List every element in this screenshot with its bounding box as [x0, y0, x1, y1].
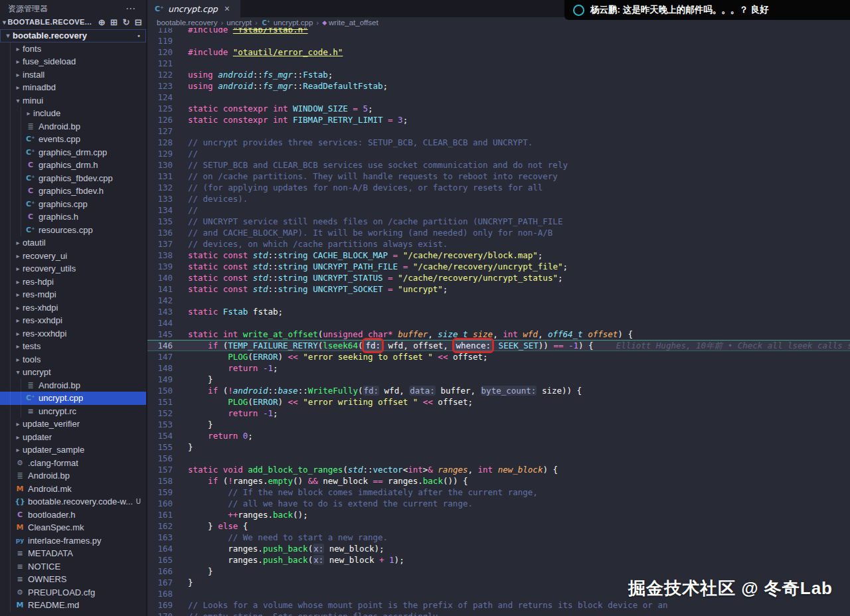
code-line-159[interactable]: 159 // If the new block comes immediatel… — [147, 487, 850, 498]
code-line-133[interactable]: 133// devices). — [147, 193, 850, 204]
code-line-154[interactable]: 154 return 0; — [147, 430, 850, 441]
tree-file-METADATA[interactable]: ≡METADATA — [0, 547, 146, 560]
code-line-156[interactable]: 156 — [147, 453, 850, 464]
code-line-153[interactable]: 153 } — [147, 419, 850, 430]
code-line-169[interactable]: 169// Looks for a volume whose mount poi… — [147, 599, 850, 611]
tree-folder-updater_sample[interactable]: ▸updater_sample — [0, 443, 146, 457]
code-line-125[interactable]: 125static constexpr int WINDOW_SIZE = 5; — [147, 103, 850, 114]
code-line-135[interactable]: 135// UNCRYPT service still needs files … — [147, 216, 850, 227]
tree-file-OWNERS[interactable]: ≡OWNERS — [0, 573, 146, 586]
code-line-120[interactable]: 120#include "otautil/error_code.h" — [147, 46, 850, 58]
code-line-126[interactable]: 126static constexpr int FIBMAP_RETRY_LIM… — [147, 114, 850, 125]
tree-folder-recovery_utils[interactable]: ▸recovery_utils — [0, 262, 146, 275]
tree-folder-update_verifier[interactable]: ▸update_verifier — [0, 418, 146, 431]
tree-file-graphics_drm.h[interactable]: Cgraphics_drm.h — [0, 159, 146, 172]
code-line-162[interactable]: 162 } else { — [147, 520, 850, 532]
tree-folder-otautil[interactable]: ▸otautil — [0, 236, 146, 250]
collapse-all-icon[interactable]: ⊟ — [135, 17, 142, 27]
code-line-131[interactable]: 131// on /cache partitions. They will ha… — [147, 171, 850, 182]
tree-file-graphics_fbdev.cpp[interactable]: C⁺graphics_fbdev.cpp — [0, 172, 146, 185]
code-line-127[interactable]: 127 — [147, 125, 850, 137]
code-line-152[interactable]: 152 return -1; — [147, 408, 850, 419]
code-line-161[interactable]: 161 ++ranges.back(); — [147, 509, 850, 520]
tree-file-graphics_drm.cpp[interactable]: C⁺graphics_drm.cpp — [0, 146, 146, 159]
tree-file-README.md[interactable]: MREADME.md — [0, 599, 146, 612]
tree-file-events.cpp[interactable]: C⁺events.cpp — [0, 133, 146, 146]
tree-file-CleanSpec.mk[interactable]: MCleanSpec.mk — [0, 521, 146, 534]
tab-uncrypt-cpp[interactable]: C⁺ uncrypt.cpp × — [147, 0, 240, 17]
code-line-122[interactable]: 122using android::fs_mgr::Fstab; — [147, 69, 850, 80]
code-line-158[interactable]: 158 if (!ranges.empty() && new_block == … — [147, 475, 850, 487]
tree-folder-res-xxxhdpi[interactable]: ▸res-xxxhdpi — [0, 327, 146, 341]
tree-file-uncrypt.cpp[interactable]: C⁺uncrypt.cpp — [0, 392, 146, 405]
tree-folder-fuse_sideload[interactable]: ▸fuse_sideload — [0, 55, 146, 68]
code-line-119[interactable]: 119 — [147, 35, 850, 46]
tree-file-Android.bp[interactable]: ≣Android.bp — [0, 120, 146, 133]
breadcrumb-item-bootable.recovery[interactable]: bootable.recovery — [157, 19, 217, 27]
code-line-121[interactable]: 121 — [147, 58, 850, 69]
tree-file-Android.bp[interactable]: ≣Android.bp — [0, 379, 146, 392]
code-line-164[interactable]: 164 ranges.push_back(x: new_block); — [147, 543, 850, 554]
tree-file-uncrypt.rc[interactable]: ≡uncrypt.rc — [0, 405, 146, 418]
tree-folder-install[interactable]: ▸install — [0, 68, 146, 82]
tree-folder-updater[interactable]: ▸updater — [0, 431, 146, 444]
code-line-151[interactable]: 151 PLOG(ERROR) << "error writing offset… — [147, 396, 850, 408]
code-line-165[interactable]: 165 ranges.push_back(x: new_block + 1); — [147, 554, 850, 566]
tree-file-PREUPLOAD.cfg[interactable]: ⚙PREUPLOAD.cfg — [0, 586, 146, 599]
code-line-145[interactable]: 145static int write_at_offset(unsigned c… — [147, 329, 850, 340]
tree-folder-tests[interactable]: ▸tests — [0, 340, 146, 353]
code-line-148[interactable]: 148 return -1; — [147, 362, 850, 374]
workspace-section-header[interactable]: ▾ BOOTABLE.RECOVE... ⊕⊞↻⊟ — [0, 16, 146, 28]
tree-folder-minadbd[interactable]: ▸minadbd — [0, 81, 146, 94]
tree-file-graphics_fbdev.h[interactable]: Cgraphics_fbdev.h — [0, 185, 146, 198]
tree-folder-res-xhdpi[interactable]: ▸res-xhdpi — [0, 301, 146, 315]
tree-file-Android.mk[interactable]: MAndroid.mk — [0, 483, 146, 496]
code-line-118[interactable]: 118#include "fstab/fstab.h" — [147, 28, 850, 35]
code-line-141[interactable]: 141static const std::string UNCRYPT_SOCK… — [147, 283, 850, 295]
code-line-147[interactable]: 147 PLOG(ERROR) << "error seeking to off… — [147, 351, 850, 362]
breadcrumb-item-uncrypt.cpp[interactable]: C⁺uncrypt.cpp — [261, 19, 313, 27]
tree-folder-recovery_ui[interactable]: ▸recovery_ui — [0, 250, 146, 263]
breadcrumb-item-write_at_offset[interactable]: ◆write_at_offset — [322, 19, 379, 27]
new-file-icon[interactable]: ⊕ — [98, 17, 106, 27]
code-line-166[interactable]: 166 } — [147, 566, 850, 577]
tree-folder-uncrypt[interactable]: ▾uncrypt — [0, 366, 146, 379]
more-actions-icon[interactable]: ⋯ — [122, 3, 139, 15]
code-line-124[interactable]: 124 — [147, 92, 850, 103]
tree-folder-res-hdpi[interactable]: ▸res-hdpi — [0, 275, 146, 289]
code-line-140[interactable]: 140static const std::string UNCRYPT_STAT… — [147, 272, 850, 283]
code-line-144[interactable]: 144 — [147, 317, 850, 329]
close-icon[interactable]: × — [224, 3, 230, 14]
code-line-134[interactable]: 134// — [147, 204, 850, 216]
code-line-168[interactable]: 168 — [147, 588, 850, 599]
tree-folder-include[interactable]: ▸include — [0, 107, 146, 120]
code-line-128[interactable]: 128// uncrypt provides three services: S… — [147, 137, 850, 148]
code-line-138[interactable]: 138static const std::string CACHE_BLOCK_… — [147, 250, 850, 261]
code-line-130[interactable]: 130// SETUP_BCB and CLEAR_BCB services u… — [147, 159, 850, 171]
code-line-142[interactable]: 142 — [147, 295, 850, 306]
code-line-146[interactable]: 146 if (TEMP_FAILURE_RETRY(lseek64(fd: w… — [147, 340, 850, 351]
tree-folder-tools[interactable]: ▸tools — [0, 353, 146, 366]
code-line-150[interactable]: 150 if (!android::base::WriteFully(fd: w… — [147, 385, 850, 396]
code-line-155[interactable]: 155} — [147, 441, 850, 453]
tree-folder-bootable.recovery[interactable]: ▾bootable.recovery● — [0, 29, 146, 42]
refresh-icon[interactable]: ↻ — [122, 17, 129, 27]
tree-folder-res-mdpi[interactable]: ▸res-mdpi — [0, 288, 146, 301]
tree-folder-res-xxhdpi[interactable]: ▸res-xxhdpi — [0, 314, 146, 327]
code-line-160[interactable]: 160 // all we have to do is extend the c… — [147, 498, 850, 509]
code-line-136[interactable]: 136// and CACHE_BLOCK_MAP). It will be w… — [147, 227, 850, 238]
tree-file-bootloader.h[interactable]: Cbootloader.h — [0, 508, 146, 522]
tree-folder-minui[interactable]: ▾minui — [0, 94, 146, 108]
code-line-123[interactable]: 123using android::fs_mgr::ReadDefaultFst… — [147, 80, 850, 92]
tree-folder-fonts[interactable]: ▸fonts — [0, 42, 146, 56]
breadcrumb-item-uncrypt[interactable]: uncrypt — [226, 19, 252, 27]
code-line-149[interactable]: 149 } — [147, 374, 850, 385]
tree-file-NOTICE[interactable]: ≡NOTICE — [0, 560, 146, 574]
tree-file-interlace-frames.py[interactable]: pyinterlace-frames.py — [0, 534, 146, 548]
code-line-157[interactable]: 157static void add_block_to_ranges(std::… — [147, 464, 850, 475]
code-line-170[interactable]: 170// empty string. Sets encryption flag… — [147, 611, 850, 616]
code-line-163[interactable]: 163 // We need to start a new range. — [147, 532, 850, 543]
tree-file-Android.bp[interactable]: ≣Android.bp — [0, 469, 146, 483]
code-line-143[interactable]: 143static Fstab fstab; — [147, 306, 850, 317]
code-line-167[interactable]: 167} — [147, 577, 850, 588]
